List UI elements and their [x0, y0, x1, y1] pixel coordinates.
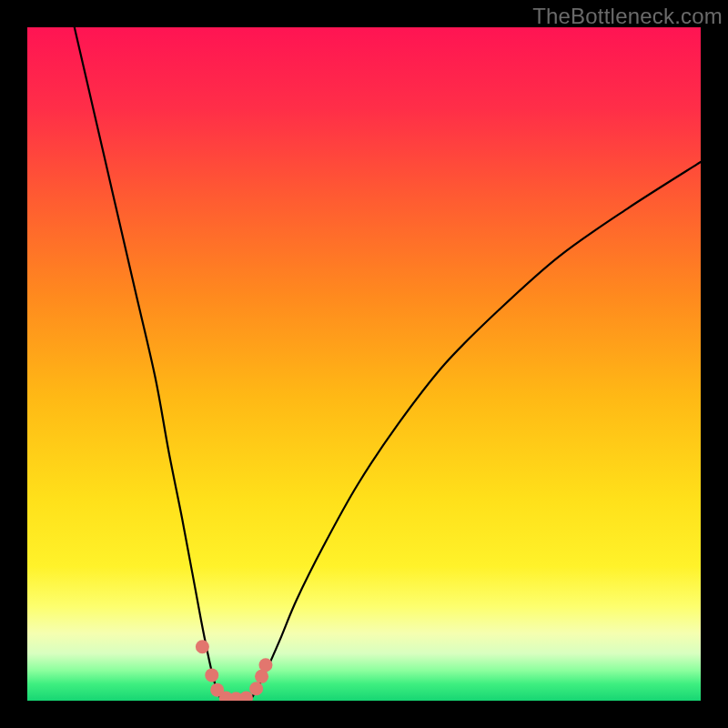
plot-area [27, 27, 701, 701]
curve-marker [205, 668, 218, 682]
curve-marker [258, 658, 272, 672]
gradient-background [27, 27, 701, 701]
curve-marker [196, 640, 209, 653]
bottleneck-curve-chart [27, 27, 701, 701]
watermark-label: TheBottleneck.com [532, 4, 723, 29]
curve-marker [249, 682, 263, 695]
chart-frame: TheBottleneck.com [0, 0, 728, 728]
